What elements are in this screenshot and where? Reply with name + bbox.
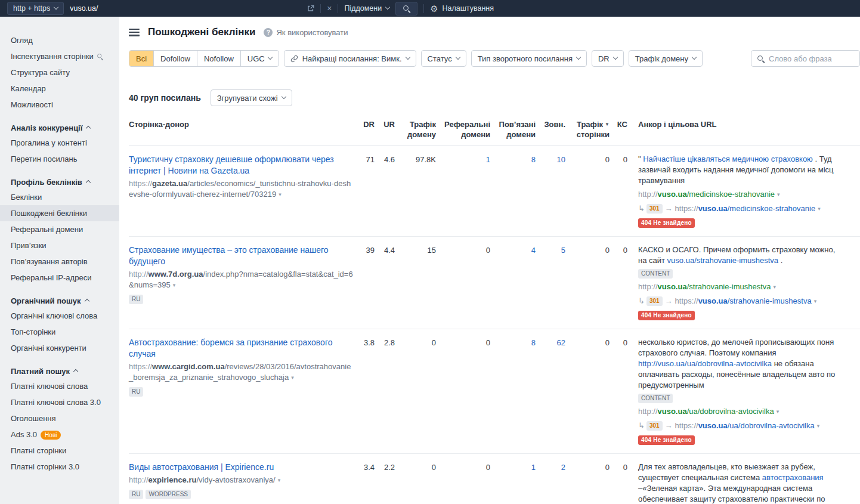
linked-domains-value[interactable]: 8 [490,337,536,347]
sidebar-item-overview[interactable]: Огляд [0,32,119,48]
sidebar-item-paid-keywords[interactable]: Платні ключові слова [0,378,119,394]
sidebar-item-ads-3-0[interactable]: Ads 3.0Нові [0,426,119,443]
donor-page-url[interactable]: http://www.7d.org.ua/index.php?nma=catal… [129,269,353,290]
menu-toggle-icon[interactable] [129,29,140,36]
filter-backlink-type[interactable]: Тип зворотного посилання [471,50,587,67]
external-links-value[interactable]: 62 [536,337,565,347]
sidebar-item-paid-pages-3-0[interactable]: Платні сторінки 3.0 [0,459,119,475]
clear-icon[interactable]: × [327,4,332,13]
sidebar-section-paid-search[interactable]: Платний пошук [0,364,119,378]
filter-status[interactable]: Статус [421,50,466,67]
sidebar-item-page-inspection[interactable]: Інспектування сторінки [0,48,119,64]
url-dropdown-caret[interactable]: ▾ [173,282,176,288]
sidebar-item-broken-backlinks[interactable]: Пошкоджені беклінки [0,205,119,221]
sidebar-item-site-structure[interactable]: Структура сайту [0,64,119,81]
url-path[interactable]: /strahovanie-imushestva [728,296,812,305]
sidebar-item-paid-pages[interactable]: Платні сторінки [0,443,119,459]
open-external-icon[interactable] [307,5,314,12]
url-path[interactable]: /ua/dobrovilna-avtocivilka [728,421,815,430]
filter-dofollow[interactable]: Dofollow [154,51,197,66]
donor-page-url[interactable]: https://www.cargid.com.ua/reviews/28/03/… [129,361,353,383]
sidebar-item-author-linking[interactable]: Пов’язування авторів [0,253,119,270]
url-dropdown-caret[interactable]: ▾ [818,206,821,212]
donor-page-link[interactable]: Страхование имущества – это страхование … [129,245,351,267]
linked-domains-value[interactable]: 1 [490,462,536,472]
sidebar-item-ads[interactable]: Оголошення [0,410,119,426]
filter-domain-traffic[interactable]: Трафік домену [629,50,703,67]
donor-page-link[interactable]: Туристичну страховку дешевше оформлювати… [129,154,351,177]
external-links-value[interactable]: 5 [536,245,565,255]
sidebar-item-paid-keywords-3-0[interactable]: Платні ключові слова 3.0 [0,394,119,410]
how-to-use-link[interactable]: ? Як використовувати [264,28,348,37]
donor-page-url[interactable]: http://expirience.ru/vidy-avtostraxovani… [129,475,353,486]
page-title: Пошкоджені беклінки [148,26,255,38]
sidebar-item-backlinks[interactable]: Беклінки [0,189,119,205]
anchor-link[interactable]: vuso.ua/strahovanie-imushestva [667,256,778,265]
scope-dropdown[interactable]: Піддомени [344,4,389,13]
external-links-value[interactable]: 10 [536,154,565,164]
sidebar-item-anchors[interactable]: Прив’язки [0,237,119,253]
protocol-dropdown[interactable]: http + https [7,2,64,15]
donor-page-link[interactable]: Виды автострахования | Expirience.ru [129,462,351,473]
url-dropdown-caret[interactable]: ▾ [291,375,294,381]
sidebar-item-calendar[interactable]: Календар [0,81,119,97]
page-traffic-value: 0 [565,337,610,347]
url-dropdown-caret[interactable]: ▾ [278,477,281,483]
sidebar-item-opportunities[interactable]: Можливості [0,97,119,113]
column-header-referring-domains[interactable]: Реферальні домени [436,119,490,140]
url-dropdown-caret[interactable]: ▾ [814,298,817,304]
url-dropdown-caret[interactable]: ▾ [817,423,820,429]
referring-domains-value[interactable]: 1 [436,154,490,164]
sidebar-section-backlink-profile[interactable]: Профіль беклінків [0,175,119,189]
filter-nofollow[interactable]: Nofollow [197,51,241,66]
anchor-link[interactable]: Найчастіше цікавляться медичною страховк… [643,154,813,163]
donor-page-link[interactable]: Автострахование: боремся за признание ст… [129,337,351,360]
sidebar-item-organic-keywords[interactable]: Органічні ключові слова [0,308,119,324]
target-url-input[interactable] [70,4,301,13]
sidebar-item-content-gap[interactable]: Прогалина у контенті [0,135,119,151]
column-header-anchor-target[interactable]: Анкор і цільова URL [627,119,860,129]
sidebar-item-top-pages[interactable]: Топ-сторінки [0,324,119,340]
group-similar-button[interactable]: Згрупувати схожі [211,89,292,106]
column-header-kc[interactable]: КС [610,119,627,129]
target-url[interactable]: http://vuso.ua/ua/dobrovilna-avtocivilka… [638,406,860,418]
dr-value: 3.4 [358,462,375,472]
url-domain: vuso.ua [658,407,687,416]
url-domain[interactable]: vuso.ua [698,421,728,430]
target-url[interactable]: http://vuso.ua/strahovanie-imushestva▾ [638,281,860,293]
url-dropdown-caret[interactable]: ▾ [777,409,779,415]
external-links-value[interactable]: 2 [536,462,565,472]
column-header-linked-domains[interactable]: Пов’язані домени [490,119,536,140]
sidebar-section-competitive-analysis[interactable]: Аналіз конкуренції [0,121,119,135]
sidebar-item-referring-ips[interactable]: Реферальні IP-адреси [0,270,119,286]
url-dropdown-caret[interactable]: ▾ [774,284,777,290]
column-header-domain-traffic[interactable]: Трафік домену [395,119,436,140]
url-domain[interactable]: vuso.ua [698,204,728,213]
keyword-search-input[interactable] [769,54,854,63]
sidebar-item-referring-domains[interactable]: Реферальні домени [0,221,119,237]
anchor-link[interactable]: автострахования [762,473,824,482]
column-header-ur[interactable]: UR [375,119,395,129]
anchor-link[interactable]: http://vuso.ua/ua/dobrovilna-avtocivilka [638,359,772,368]
settings-button[interactable]: ⚙ Налаштування [430,4,494,13]
url-dropdown-caret[interactable]: ▾ [279,191,281,197]
url-path[interactable]: /medicinskoe-strahovanie [728,204,815,213]
column-header-external[interactable]: Зовн. [536,119,565,129]
sidebar-item-organic-competitors[interactable]: Органічні конкуренти [0,340,119,356]
search-button[interactable] [395,2,417,16]
column-header-dr[interactable]: DR [358,119,375,129]
filter-dr[interactable]: DR [592,50,624,67]
filter-best-links[interactable]: Найкращі посилання: Вимк. [284,50,416,67]
filter-ugc[interactable]: UGC [241,51,279,66]
donor-page-url[interactable]: https://gazeta.ua/articles/economics/_tu… [129,178,353,200]
target-url[interactable]: http://vuso.ua/medicinskoe-strahovanie▾ [638,188,860,200]
linked-domains-value[interactable]: 8 [490,154,536,164]
url-dropdown-caret[interactable]: ▾ [777,191,780,197]
column-header-page-traffic[interactable]: Трафік▼ сторінки [565,119,610,140]
sidebar-item-link-intersect[interactable]: Перетин посилань [0,151,119,167]
linked-domains-value[interactable]: 4 [490,245,536,255]
filter-all[interactable]: Всі [129,51,154,66]
sidebar-section-organic-search[interactable]: Органічний пошук [0,294,119,308]
column-header-donor-page[interactable]: Сторінка-донор [129,119,358,129]
url-domain[interactable]: vuso.ua [698,296,728,305]
